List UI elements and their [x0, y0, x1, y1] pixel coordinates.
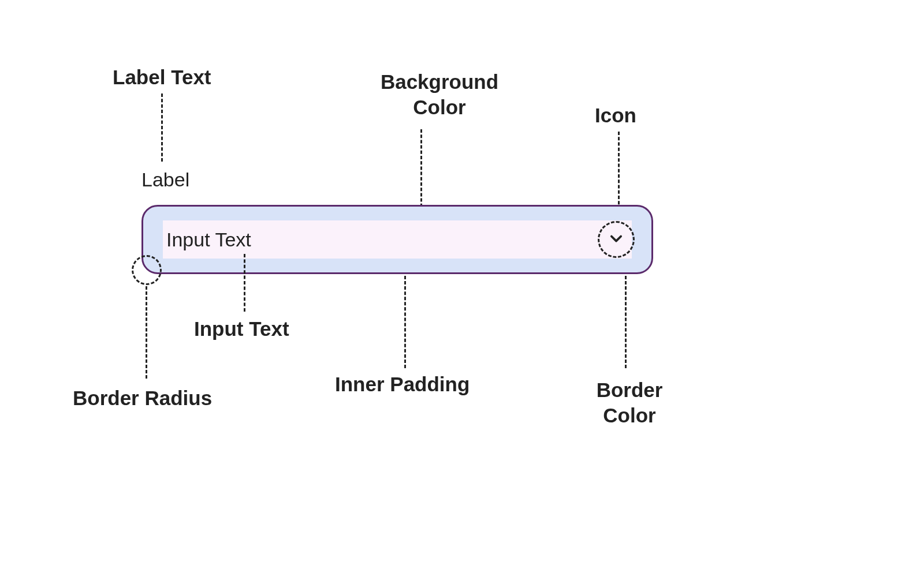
border-radius-highlight-circle: [132, 255, 162, 285]
annotation-border-color: Border Color: [583, 377, 676, 428]
annotation-border-radius: Border Radius: [73, 385, 212, 411]
annotation-input-text: Input Text: [194, 316, 289, 342]
annotation-inner-padding: Inner Padding: [335, 372, 470, 397]
leader-line-border-color: [625, 276, 627, 368]
leader-line-inner-padding: [404, 276, 406, 368]
input-inner-area: Input Text: [163, 220, 632, 259]
input-value-text: Input Text: [163, 229, 251, 251]
leader-line-label-text: [161, 93, 163, 162]
annotation-background-color: Background Color: [350, 69, 529, 120]
dropdown-input[interactable]: Input Text: [141, 205, 653, 274]
annotation-icon: Icon: [595, 103, 636, 128]
icon-highlight-circle: [598, 221, 635, 258]
leader-line-input-text: [244, 254, 245, 312]
diagram-stage: Label Text Background Color Icon Label I…: [0, 0, 924, 584]
leader-line-border-radius: [146, 286, 147, 379]
input-label: Label: [141, 169, 189, 191]
chevron-down-icon: [608, 230, 624, 249]
annotation-label-text: Label Text: [113, 65, 211, 90]
